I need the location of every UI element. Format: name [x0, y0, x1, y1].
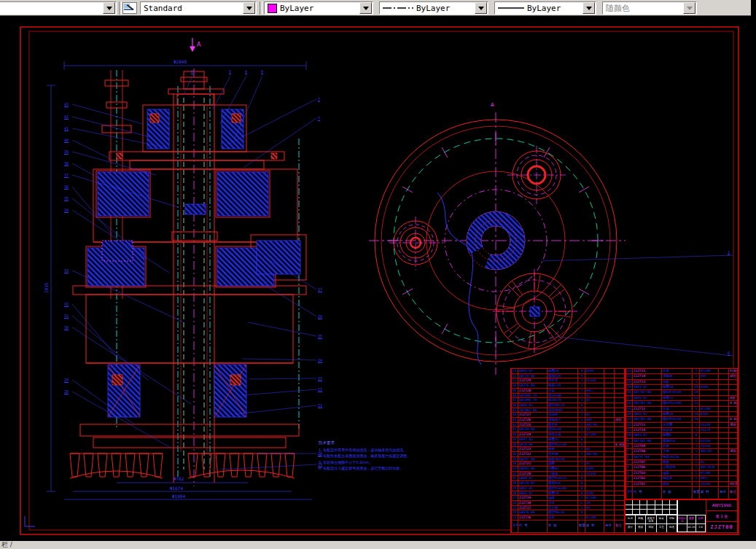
leader-number: 35: [64, 197, 69, 200]
plot-style-value: 随颜色: [603, 3, 682, 14]
leader-number: 32: [64, 303, 69, 306]
leader-number: 6: [728, 351, 730, 355]
toolbar-edge: [751, 0, 756, 16]
bom-row: 21ZJZT14 调整垫1 08F 成组: [626, 374, 737, 379]
bom-header-row: 序号代 号 名 称数量 材 料单件 总计 备注: [626, 487, 737, 499]
title-block-right: AWY1990 第 1 张 ZJZT00: [706, 500, 737, 532]
scale-label: 比例: [696, 515, 706, 524]
weight-value: 41.16: [687, 524, 697, 533]
bom-row: 36ZJZT22 齿轮轴1 40CrNi: [512, 452, 624, 457]
bom-row: 33GB893-86 挡圈851 65Mn: [512, 467, 624, 472]
leader-number: 27: [318, 288, 322, 292]
bom-row: 2ZJZT02 轴承座1 40Cr: [626, 476, 737, 481]
title-block-revision-area: 标记处数更改文件号签名日期 设计校核审核工艺批准: [626, 500, 678, 532]
svg-text:1915: 1915: [44, 282, 49, 293]
leader-number: 29: [64, 378, 69, 382]
leader-number: 9: [261, 70, 263, 74]
revision-field-label: 签名: [657, 515, 667, 523]
plot-style-combo: 随颜色: [602, 1, 697, 15]
lineweight-combo-value: ByLayer: [524, 4, 582, 13]
signature-field-label: 批准: [667, 523, 677, 532]
leader-number: 3: [229, 70, 231, 74]
leader-number: 8: [191, 70, 193, 74]
leader-number: 38: [64, 162, 69, 166]
title-block: 标记处数更改文件号签名日期 设计校核审核工艺批准 阶段标记 重量 比例 41.1…: [625, 499, 738, 533]
status-bar-text: 栏 /: [1, 541, 12, 548]
bom-row: 8ZJZT09 衬套1 ZQSn6: [626, 444, 737, 449]
bom-row: 19GB93-87 垫圈1020 65Mn: [626, 385, 737, 390]
bom-row: 18GB5783-86 螺栓M10×3020: [626, 390, 737, 395]
bom-row: 43ZJZT26 调整垫片2 08F 成组: [512, 418, 624, 423]
notes-item: 2. 装配时各配合表面涂润滑油，轴承预紧力按规定调整。: [319, 453, 428, 459]
bom-table-right: 22ZJZT15 机座1 HT200 时效处理 21ZJZT14 调整垫1 08…: [625, 368, 738, 499]
bom-row: 10GB93-87 垫圈88: [626, 433, 737, 438]
svg-text:Φ762: Φ762: [174, 476, 184, 481]
leader-number: 28: [64, 390, 69, 394]
leader-number: 34: [64, 209, 69, 212]
bom-row: 32ZJZT20 下箱体1 ZG310: [512, 472, 624, 477]
leader-number: 31: [64, 314, 69, 318]
leader-number: 21: [318, 404, 322, 408]
bom-row: 11ZJZT10 转盘体1 ZG270: [626, 428, 737, 433]
bom-row: 15ZJZT12 压盖1 HT200: [626, 407, 737, 412]
bom-header-row: 序号代 号 名 称数量 材 料单件 总计 备注: [512, 521, 624, 532]
text-style-icon[interactable]: [122, 2, 137, 14]
title-block-middle: 阶段标记 重量 比例 41.16 1:6: [678, 500, 706, 532]
bom-row: 41GB119-86 销10×502 35: [512, 427, 624, 432]
scale-value: 1:6: [696, 524, 706, 533]
chevron-down-icon[interactable]: [243, 2, 255, 14]
leader-number: 39: [64, 150, 69, 154]
text-style-combo[interactable]: Standard: [140, 1, 257, 15]
revision-field-label: 标记: [626, 515, 636, 523]
bom-row: 6GB297-84 轴承302162: [626, 455, 737, 460]
bom-row: 38GB70-86 螺钉M12×306 8.8级: [512, 443, 624, 448]
sheet-number: 第 1 张: [706, 511, 737, 522]
bom-row: 5ZJZT07 隔套1 45: [626, 460, 737, 465]
chevron-down-icon[interactable]: [359, 2, 372, 14]
leader-number: 36: [64, 185, 69, 189]
lineweight-combo[interactable]: ByLayer: [494, 1, 596, 15]
linetype-combo[interactable]: ByLayer: [379, 1, 488, 15]
chevron-down-icon[interactable]: [475, 2, 487, 14]
layer-combo[interactable]: [0, 1, 117, 15]
bom-row: 48GB1096-79 键20×801 45: [512, 394, 624, 399]
weight-label: 重量: [687, 515, 697, 524]
bom-row: 17GB93-87 垫圈1212 4级: [626, 396, 737, 401]
notes-title: 技术要求: [319, 440, 428, 446]
toolbar-separator: [119, 1, 122, 15]
signature-field-label: 设计: [626, 523, 636, 532]
bom-row: 31GB84-87 螺钉M10×254: [512, 476, 624, 481]
chevron-down-icon[interactable]: [103, 2, 115, 14]
linetype-sample-icon: [383, 6, 413, 10]
chevron-down-icon[interactable]: [582, 2, 595, 14]
leader-number: 22: [318, 388, 322, 392]
notes-item: 3. 齿轮啮合侧隙不小于0.2mm。: [319, 459, 428, 466]
bom-row: 34ZJZT21 隔圈1 45: [512, 462, 624, 467]
bom-row: 44ZJZT27 挡油环1 45: [512, 413, 624, 418]
leader-number: 42: [64, 115, 69, 119]
bom-row: 12ZJZT11 大齿圈1 ZG310 调质: [626, 423, 737, 428]
bom-row: 47GB1096-79 键18×701 45: [512, 398, 624, 403]
color-control-combo[interactable]: ByLayer: [264, 1, 373, 15]
leader-number: 2: [318, 98, 320, 101]
bom-row: 46GB68-85 螺钉M8×206: [512, 403, 624, 408]
bom-row: 7ZJZT08 主轴1 40CrNi 调质: [626, 449, 737, 454]
signature-field-label: 校核: [636, 523, 646, 532]
bom-row: 25ZJZT17 定位套1 45: [512, 506, 624, 511]
bom-row: 3ZJZT03 端盖1 HT200: [626, 471, 737, 476]
bom-row: 45JB1082-86 油封PD852: [512, 408, 624, 413]
svg-text:Φ2040: Φ2040: [174, 59, 187, 64]
svg-text:Φ1674: Φ1674: [170, 486, 183, 491]
bom-row: 22ZJZT15 机座1 HT200 时效处理: [626, 369, 737, 374]
drawing-canvas[interactable]: Φ2040 1915 Φ762 Φ1674 Φ1904 A: [0, 16, 756, 541]
bom-row: 39GB97-85 垫圈126: [512, 437, 624, 443]
bom-row: 49ZJZT28 支架1 40Cr: [512, 389, 624, 394]
bom-row: 53GB93-87 垫圈204 65Mn: [512, 369, 624, 374]
bom-row: 14GB93-87 垫圈1616 65Mn: [626, 412, 737, 417]
leader-number: 43: [64, 103, 69, 106]
leader-number: 26: [318, 315, 322, 319]
notes-item: 4. 装配后注入规定牌号润滑油，进行空载运转试验。: [319, 465, 428, 472]
signature-space: [678, 500, 706, 515]
bom-row: 28GB93-87 垫圈168 65Mn: [512, 491, 624, 497]
bom-row: 16GB5782-86 螺栓M12×4012 4.8级: [626, 401, 737, 406]
